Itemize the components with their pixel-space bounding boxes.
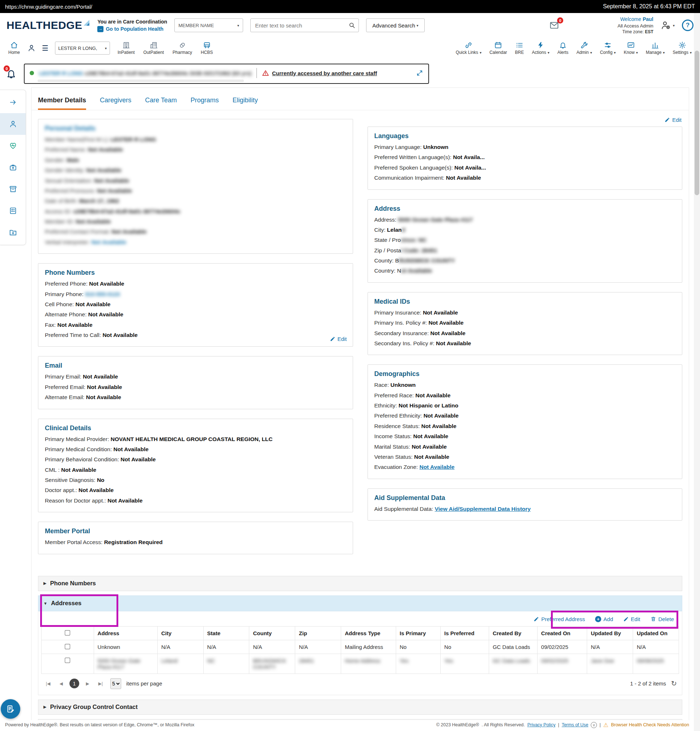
privacy-policy-link[interactable]: Privacy Policy — [528, 722, 556, 727]
next-page-button[interactable]: ▶ — [83, 679, 92, 688]
column-header[interactable]: County — [249, 626, 295, 640]
field-value: Male — [66, 157, 79, 163]
nav-actions[interactable]: Actions▾ — [528, 41, 553, 55]
refresh-icon[interactable]: ↻ — [671, 679, 677, 688]
column-header[interactable]: Address — [94, 626, 157, 640]
edit-address-button[interactable]: Edit — [623, 616, 640, 622]
nav-hcbs[interactable]: HCBS — [197, 41, 217, 55]
sidebar-item-assessments[interactable] — [0, 200, 26, 222]
add-address-button[interactable]: +Add — [595, 616, 613, 622]
field-value: Not Available — [415, 392, 450, 398]
edit-phone-link[interactable]: Edit — [330, 336, 347, 342]
version-icon[interactable]: v — [591, 722, 597, 728]
prev-page-button[interactable]: ◀ — [56, 679, 66, 688]
go-population-health-link[interactable]: → Go to Population Health — [97, 25, 167, 32]
menu-button[interactable]: ☰ — [39, 44, 51, 53]
section-addresses-expanded: ▼ Addresses Preferred Address +Add Edit … — [38, 595, 682, 695]
preferred-address-button[interactable]: Preferred Address — [534, 616, 585, 622]
nav-manage[interactable]: Manage▾ — [642, 41, 669, 55]
messages-button[interactable]: 0 — [549, 21, 560, 30]
tab-member-details[interactable]: Member Details — [38, 97, 86, 110]
tab-programs[interactable]: Programs — [191, 97, 219, 110]
column-header[interactable]: Zip — [295, 626, 341, 640]
vertical-scrollbar[interactable] — [694, 13, 700, 731]
select-all-checkbox[interactable] — [65, 630, 70, 636]
banner-scrollbar[interactable] — [38, 79, 244, 82]
card-title: Demographics — [374, 370, 676, 378]
edit-member-details-link[interactable]: Edit — [368, 117, 682, 123]
person-icon — [28, 44, 35, 52]
last-page-button[interactable]: ▶| — [96, 679, 105, 688]
field-row: Preferred Contact Format: Not Available — [45, 228, 346, 235]
cell-created-by: GC Data Loads — [489, 654, 537, 674]
search-icon[interactable] — [349, 22, 356, 29]
expand-banner-button[interactable] — [416, 69, 423, 76]
first-page-button[interactable]: |◀ — [43, 679, 53, 688]
sidebar-item-medical[interactable] — [0, 157, 26, 178]
tab-care-team[interactable]: Care Team — [145, 97, 177, 110]
delete-address-button[interactable]: Delete — [650, 616, 674, 622]
sidebar-item-member-details[interactable] — [0, 113, 26, 135]
column-header[interactable]: Updated By — [587, 626, 633, 640]
column-header[interactable]: City — [157, 626, 203, 640]
nav-alerts[interactable]: Alerts — [553, 41, 573, 55]
current-page-button[interactable]: 1 — [69, 678, 79, 688]
health-check-warning[interactable]: Browser Health Check Needs Attention — [611, 722, 689, 727]
member-name-select[interactable]: MEMBER NAME ▾ — [174, 18, 243, 32]
verbal-interpreter-link[interactable]: Not Available — [91, 239, 126, 245]
nav-outpatient[interactable]: OutPatient — [139, 41, 168, 55]
nav-pharmacy[interactable]: Pharmacy — [169, 41, 196, 55]
column-header[interactable]: Updated On — [633, 626, 679, 640]
chevron-down-icon: ▾ — [614, 51, 616, 54]
sidebar-item-documents[interactable] — [0, 222, 26, 243]
cell-created-on: 09/02/2025 — [537, 654, 587, 674]
warning-triangle-icon — [262, 69, 269, 76]
sidebar-expand-button[interactable] — [0, 91, 26, 113]
items-per-page-select[interactable]: 5 — [110, 678, 121, 689]
column-header[interactable]: Created On — [537, 626, 587, 640]
address-row[interactable]: Unknown N/A N/A N/A N/A Mailing Address … — [41, 640, 679, 654]
field-row: Residence Status: Not Available — [374, 423, 676, 430]
nav-home[interactable]: Home — [4, 41, 24, 55]
terms-of-use-link[interactable]: Terms of Use — [562, 722, 588, 727]
section-privacy-group[interactable]: ▶ Privacy Group Control Contact — [38, 700, 682, 715]
nav-quick-links[interactable]: Quick Links▾ — [452, 41, 485, 55]
search-input[interactable] — [255, 22, 346, 29]
evacuation-zone-link[interactable]: Not Available — [419, 464, 454, 470]
field-label: Member Name(First M L): — [45, 136, 109, 142]
nav-settings[interactable]: Settings▾ — [669, 41, 696, 55]
column-header[interactable]: Is Primary — [396, 626, 440, 640]
nav-admin[interactable]: Admin▾ — [572, 41, 596, 55]
member-quick-select[interactable]: LESTER R LONG, ▾ — [55, 41, 110, 54]
notifications-button[interactable]: 0 — [6, 68, 19, 79]
concurrent-access-link[interactable]: Currently accessed by another care staff — [272, 70, 377, 76]
row-checkbox[interactable] — [65, 658, 70, 663]
tab-caregivers[interactable]: Caregivers — [100, 97, 131, 110]
scrollbar-thumb[interactable] — [694, 51, 699, 195]
column-header[interactable]: Address Type — [341, 626, 396, 640]
nav-config[interactable]: Config▾ — [596, 41, 620, 55]
row-checkbox[interactable] — [65, 644, 70, 649]
section-addresses[interactable]: ▼ Addresses — [38, 595, 682, 611]
column-header[interactable]: Created By — [489, 626, 537, 640]
primary-phone-link[interactable]: 910-555-0123 — [85, 291, 120, 297]
tab-eligibility[interactable]: Eligibility — [232, 97, 258, 110]
member-profile-button[interactable] — [25, 44, 38, 52]
nav-inpatient[interactable]: InPatient — [113, 41, 138, 55]
nav-know[interactable]: Know▾ — [620, 41, 642, 55]
aid-history-link[interactable]: View Aid/Supplemental Data History — [435, 506, 531, 512]
sidebar-item-health[interactable] — [0, 135, 26, 157]
column-header[interactable]: State — [203, 626, 249, 640]
field-label: Gender: — [45, 157, 65, 163]
sidebar-item-archive[interactable] — [0, 178, 26, 200]
user-settings-button[interactable]: ▾ — [660, 20, 675, 30]
notes-fab-button[interactable] — [1, 699, 20, 719]
help-button[interactable]: ? — [682, 19, 694, 31]
column-header[interactable]: Is Preferred — [441, 626, 489, 640]
field-label: Primary Insurance: — [374, 310, 421, 316]
nav-calendar[interactable]: Calendar — [485, 41, 511, 55]
section-phone-numbers[interactable]: ▶ Phone Numbers — [38, 576, 682, 591]
advanced-search-button[interactable]: Advanced Search ▾ — [366, 18, 424, 32]
address-row[interactable]: 5000 Ocean Gate Plaza #117 Leland NC BRU… — [41, 654, 679, 674]
nav-bre[interactable]: BRE — [511, 41, 528, 55]
